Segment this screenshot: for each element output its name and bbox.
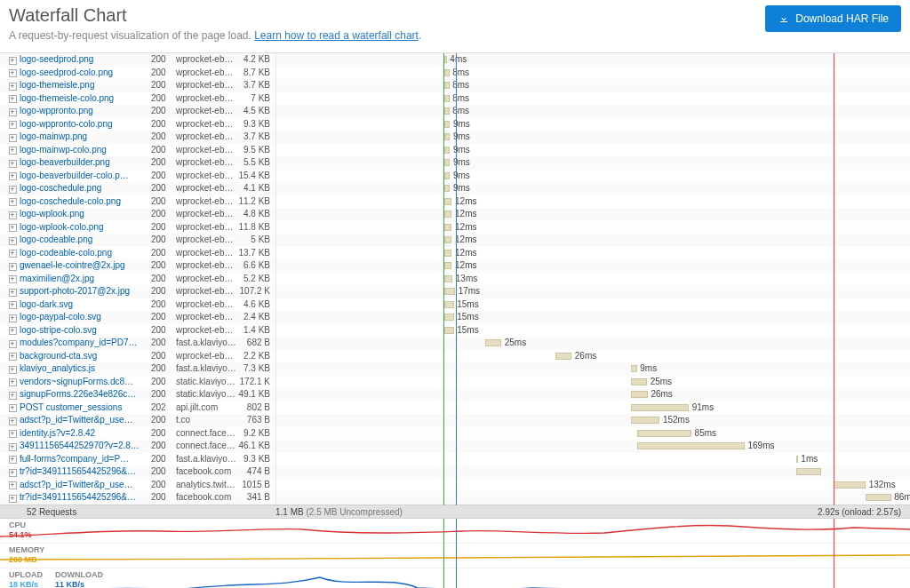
request-url[interactable]: tr?id=3491115654425296&… bbox=[18, 491, 151, 505]
table-row[interactable]: +full-forms?company_id=P…200fast.a.klavi… bbox=[0, 453, 910, 466]
table-row[interactable]: +logo-wppronto.png200wprocket-eb…4.5 KB8… bbox=[0, 105, 910, 118]
request-url[interactable]: adsct?p_id=Twitter&p_use… bbox=[18, 414, 151, 427]
table-row[interactable]: +logo-paypal-colo.svg200wprocket-eb…2.4 … bbox=[0, 311, 910, 324]
table-row[interactable]: +identity.js?v=2.8.42200connect.face…9.2… bbox=[0, 427, 910, 441]
request-url[interactable]: logo-beaverbuilder-colo.p… bbox=[18, 170, 151, 183]
table-row[interactable]: +modules?company_id=PD7…200fast.a.klaviy… bbox=[0, 337, 910, 350]
table-row[interactable]: +logo-seedprod-colo.png200wprocket-eb…8.… bbox=[0, 67, 910, 80]
request-url[interactable]: adsct?p_id=Twitter&p_use… bbox=[18, 479, 151, 492]
expand-toggle[interactable]: + bbox=[0, 92, 18, 106]
table-row[interactable]: +34911156544252970?v=2.8…200connect.face… bbox=[0, 440, 910, 453]
expand-toggle[interactable]: + bbox=[0, 221, 18, 234]
table-row[interactable]: +vendors~signupForms.dc8…200static.klavi… bbox=[0, 376, 910, 389]
request-url[interactable]: tr?id=3491115654425296&… bbox=[18, 465, 151, 479]
expand-toggle[interactable]: + bbox=[0, 479, 18, 492]
table-row[interactable]: +support-photo-2017@2x.jpg200wprocket-eb… bbox=[0, 285, 910, 298]
expand-toggle[interactable]: + bbox=[0, 247, 18, 260]
request-url[interactable]: identity.js?v=2.8.42 bbox=[18, 427, 151, 441]
table-row[interactable]: +logo-codeable-colo.png200wprocket-eb…13… bbox=[0, 247, 910, 260]
learn-more-link[interactable]: Learn how to read a waterfall chart bbox=[254, 29, 419, 42]
request-url[interactable]: logo-wplook-colo.png bbox=[18, 221, 151, 234]
request-url[interactable]: vendors~signupForms.dc8… bbox=[18, 376, 151, 389]
expand-toggle[interactable]: + bbox=[0, 208, 18, 221]
expand-toggle[interactable]: + bbox=[0, 298, 18, 312]
request-url[interactable]: logo-wppronto.png bbox=[18, 105, 151, 118]
table-row[interactable]: +logo-mainwp.png200wprocket-eb…3.7 KB9ms bbox=[0, 131, 910, 144]
request-url[interactable]: klaviyo_analytics.js bbox=[18, 362, 151, 376]
table-row[interactable]: +logo-dark.svg200wprocket-eb…4.6 KB15ms bbox=[0, 298, 910, 312]
request-url[interactable]: logo-mainwp.png bbox=[18, 131, 151, 144]
request-url[interactable]: background-cta.svg bbox=[18, 350, 151, 363]
table-row[interactable]: +logo-themeisle-colo.png200wprocket-eb…7… bbox=[0, 92, 910, 106]
request-url[interactable]: full-forms?company_id=P… bbox=[18, 453, 151, 466]
expand-toggle[interactable]: + bbox=[0, 285, 18, 298]
table-row[interactable]: +logo-wplook-colo.png200wprocket-eb…11.8… bbox=[0, 221, 910, 234]
request-url[interactable]: logo-seedprod.png bbox=[18, 53, 151, 67]
table-row[interactable]: +tr?id=3491115654425296&…200facebook.com… bbox=[0, 465, 910, 479]
table-row[interactable]: +logo-mainwp-colo.png200wprocket-eb…9.5 … bbox=[0, 144, 910, 157]
table-row[interactable]: +maximilien@2x.jpg200wprocket-eb…5.2 KB1… bbox=[0, 273, 910, 286]
expand-toggle[interactable]: + bbox=[0, 53, 18, 67]
expand-toggle[interactable]: + bbox=[0, 259, 18, 273]
expand-toggle[interactable]: + bbox=[0, 156, 18, 170]
expand-toggle[interactable]: + bbox=[0, 118, 18, 131]
request-url[interactable]: logo-coschedule.png bbox=[18, 182, 151, 195]
expand-toggle[interactable]: + bbox=[0, 67, 18, 80]
expand-toggle[interactable]: + bbox=[0, 453, 18, 466]
table-row[interactable]: +logo-beaverbuilder.png200wprocket-eb…5.… bbox=[0, 156, 910, 170]
expand-toggle[interactable]: + bbox=[0, 195, 18, 209]
expand-toggle[interactable]: + bbox=[0, 144, 18, 157]
request-url[interactable]: logo-codeable.png bbox=[18, 234, 151, 247]
expand-toggle[interactable]: + bbox=[0, 362, 18, 376]
table-row[interactable]: +klaviyo_analytics.js200fast.a.klaviyo…7… bbox=[0, 362, 910, 376]
expand-toggle[interactable]: + bbox=[0, 234, 18, 247]
request-url[interactable]: support-photo-2017@2x.jpg bbox=[18, 285, 151, 298]
request-url[interactable]: logo-stripe-colo.svg bbox=[18, 324, 151, 338]
request-url[interactable]: logo-dark.svg bbox=[18, 298, 151, 312]
request-url[interactable]: gwenael-le-cointre@2x.jpg bbox=[18, 259, 151, 273]
request-url[interactable]: 34911156544252970?v=2.8… bbox=[18, 440, 151, 453]
expand-toggle[interactable]: + bbox=[0, 350, 18, 363]
request-url[interactable]: logo-themeisle-colo.png bbox=[18, 92, 151, 106]
expand-toggle[interactable]: + bbox=[0, 388, 18, 401]
table-row[interactable]: +logo-codeable.png200wprocket-eb…5 KB12m… bbox=[0, 234, 910, 247]
table-row[interactable]: +logo-coschedule-colo.png200wprocket-eb…… bbox=[0, 195, 910, 209]
table-row[interactable]: +gwenael-le-cointre@2x.jpg200wprocket-eb… bbox=[0, 259, 910, 273]
request-url[interactable]: logo-coschedule-colo.png bbox=[18, 195, 151, 209]
expand-toggle[interactable]: + bbox=[0, 273, 18, 286]
request-url[interactable]: logo-mainwp-colo.png bbox=[18, 144, 151, 157]
request-url[interactable]: modules?company_id=PD7… bbox=[18, 337, 151, 350]
request-url[interactable]: signupForms.226e34e826c… bbox=[18, 388, 151, 401]
table-row[interactable]: +logo-wppronto-colo.png200wprocket-eb…9.… bbox=[0, 118, 910, 131]
expand-toggle[interactable]: + bbox=[0, 182, 18, 195]
expand-toggle[interactable]: + bbox=[0, 311, 18, 324]
table-row[interactable]: +adsct?p_id=Twitter&p_use…200analytics.t… bbox=[0, 479, 910, 492]
expand-toggle[interactable]: + bbox=[0, 401, 18, 415]
expand-toggle[interactable]: + bbox=[0, 491, 18, 505]
request-url[interactable]: logo-beaverbuilder.png bbox=[18, 156, 151, 170]
request-url[interactable]: logo-seedprod-colo.png bbox=[18, 67, 151, 80]
expand-toggle[interactable]: + bbox=[0, 440, 18, 453]
table-row[interactable]: +logo-wplook.png200wprocket-eb…4.8 KB12m… bbox=[0, 208, 910, 221]
table-row[interactable]: +tr?id=3491115654425296&…200facebook.com… bbox=[0, 491, 910, 505]
request-url[interactable]: POST customer_sessions bbox=[18, 401, 151, 415]
expand-toggle[interactable]: + bbox=[0, 465, 18, 479]
request-url[interactable]: logo-wplook.png bbox=[18, 208, 151, 221]
table-row[interactable]: +logo-seedprod.png200wprocket-eb…4.2 KB4… bbox=[0, 53, 910, 67]
table-row[interactable]: +background-cta.svg200wprocket-eb…2.2 KB… bbox=[0, 350, 910, 363]
request-url[interactable]: logo-wppronto-colo.png bbox=[18, 118, 151, 131]
table-row[interactable]: +logo-beaverbuilder-colo.p…200wprocket-e… bbox=[0, 170, 910, 183]
table-row[interactable]: +POST customer_sessions202api.jilt.com80… bbox=[0, 401, 910, 415]
request-url[interactable]: logo-themeisle.png bbox=[18, 79, 151, 92]
expand-toggle[interactable]: + bbox=[0, 414, 18, 427]
table-row[interactable]: +adsct?p_id=Twitter&p_use…200t.co763 B15… bbox=[0, 414, 910, 427]
download-har-button[interactable]: Download HAR File bbox=[765, 5, 901, 32]
expand-toggle[interactable]: + bbox=[0, 79, 18, 92]
request-url[interactable]: logo-codeable-colo.png bbox=[18, 247, 151, 260]
table-row[interactable]: +logo-themeisle.png200wprocket-eb…3.7 KB… bbox=[0, 79, 910, 92]
expand-toggle[interactable]: + bbox=[0, 131, 18, 144]
request-url[interactable]: logo-paypal-colo.svg bbox=[18, 311, 151, 324]
expand-toggle[interactable]: + bbox=[0, 427, 18, 441]
table-row[interactable]: +logo-coschedule.png200wprocket-eb…4.1 K… bbox=[0, 182, 910, 195]
table-row[interactable]: +signupForms.226e34e826c…200static.klavi… bbox=[0, 388, 910, 401]
